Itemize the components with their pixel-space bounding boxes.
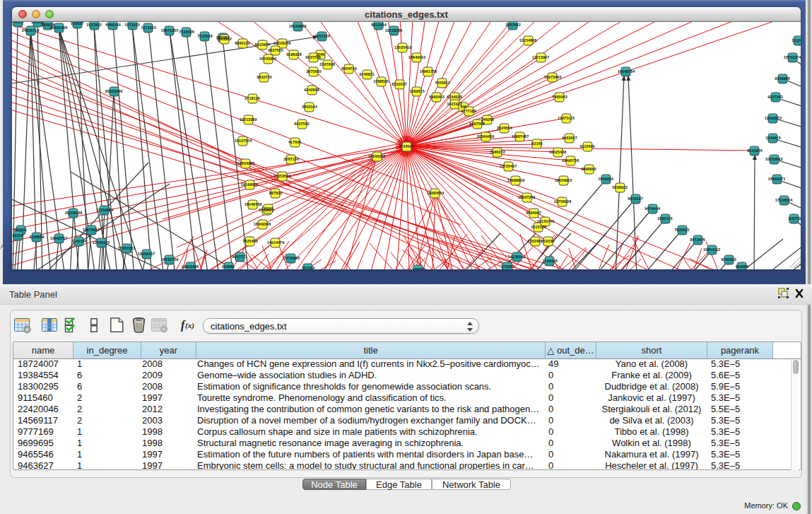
svg-text:8454749: 8454749 — [341, 66, 356, 71]
svg-text:62160: 62160 — [531, 141, 542, 146]
svg-text:13495758: 13495758 — [562, 158, 579, 163]
svg-text:12923446: 12923446 — [182, 264, 199, 269]
svg-text:1244415: 1244415 — [765, 136, 780, 140]
svg-text:13226058: 13226058 — [273, 41, 290, 45]
svg-text:20053346: 20053346 — [105, 89, 122, 93]
svg-text:9463627: 9463627 — [562, 136, 577, 140]
svg-text:9657771: 9657771 — [232, 255, 247, 259]
svg-text:17016504: 17016504 — [775, 198, 793, 202]
svg-text:109581: 109581 — [222, 264, 235, 269]
svg-text:1071915: 1071915 — [124, 23, 139, 27]
svg-text:15692971: 15692971 — [768, 177, 785, 181]
svg-text:18807249: 18807249 — [518, 195, 535, 199]
svg-text:20206538: 20206538 — [65, 211, 82, 215]
svg-text:2718126: 2718126 — [245, 96, 259, 100]
svg-text:20691406: 20691406 — [50, 25, 67, 30]
svg-text:17957223: 17957223 — [118, 246, 135, 250]
svg-text:8215955: 8215955 — [747, 148, 762, 153]
svg-text:7625402: 7625402 — [242, 239, 257, 243]
svg-text:7632621: 7632621 — [674, 228, 689, 232]
svg-text:8990443: 8990443 — [429, 95, 444, 99]
svg-text:1724007: 1724007 — [399, 144, 413, 148]
svg-text:8427552: 8427552 — [294, 122, 309, 126]
svg-text:14136141: 14136141 — [508, 255, 525, 259]
svg-text:2803144: 2803144 — [302, 105, 317, 109]
svg-text:8186328: 8186328 — [286, 52, 301, 57]
svg-text:16640910: 16640910 — [408, 55, 425, 59]
svg-text:157164: 157164 — [302, 266, 315, 269]
svg-text:19384554: 19384554 — [427, 191, 445, 195]
svg-text:9245652: 9245652 — [721, 257, 736, 262]
svg-text:14914479: 14914479 — [267, 240, 284, 245]
svg-text:16033809: 16033809 — [289, 24, 306, 28]
svg-text:1352481: 1352481 — [527, 239, 542, 243]
svg-text:9474444: 9474444 — [645, 206, 660, 211]
svg-text:8322037: 8322037 — [392, 82, 406, 86]
svg-text:9684067: 9684067 — [526, 211, 541, 215]
svg-text:3024554: 3024554 — [497, 126, 512, 130]
svg-text:6794028: 6794028 — [447, 95, 461, 99]
svg-text:7357224: 7357224 — [314, 34, 330, 38]
svg-text:5938923: 5938923 — [612, 185, 627, 189]
svg-text:1071915: 1071915 — [141, 25, 155, 30]
svg-text:9327508: 9327508 — [305, 55, 320, 59]
svg-text:10025438: 10025438 — [549, 150, 566, 154]
svg-text:173342: 173342 — [501, 264, 514, 269]
svg-text:1615132: 1615132 — [531, 225, 546, 229]
svg-text:7986372: 7986372 — [490, 150, 505, 154]
svg-text:8222: 8222 — [264, 206, 273, 211]
svg-text:20364436: 20364436 — [477, 134, 494, 139]
svg-text:39154: 39154 — [12, 233, 23, 238]
svg-text:7515526: 7515526 — [197, 34, 212, 38]
svg-text:10688609: 10688609 — [507, 178, 524, 182]
svg-text:16120746: 16120746 — [537, 219, 554, 223]
svg-text:12093872: 12093872 — [765, 116, 782, 120]
svg-text:10958107: 10958107 — [138, 252, 155, 256]
svg-text:1527602: 1527602 — [86, 23, 101, 27]
svg-text:23975857: 23975857 — [83, 228, 100, 232]
svg-text:9115460: 9115460 — [579, 144, 594, 148]
svg-text:9329966: 9329966 — [775, 76, 789, 81]
svg-text:465001: 465001 — [14, 228, 27, 232]
svg-text:19218506: 19218506 — [385, 28, 402, 33]
svg-text:8471676: 8471676 — [690, 238, 705, 242]
svg-text:252234: 252234 — [541, 239, 555, 243]
svg-text:6497568: 6497568 — [469, 122, 484, 126]
svg-text:9242848: 9242848 — [304, 88, 319, 92]
svg-text:16046788: 16046788 — [245, 202, 261, 206]
svg-text:7515526: 7515526 — [179, 30, 194, 34]
svg-text:8860123: 8860123 — [235, 41, 249, 45]
svg-text:116753: 116753 — [788, 216, 801, 221]
svg-text:10654112: 10654112 — [703, 247, 720, 252]
svg-text:19654923: 19654923 — [555, 178, 572, 182]
svg-text:15716485: 15716485 — [283, 256, 300, 260]
svg-text:12213967: 12213967 — [532, 55, 549, 59]
svg-text:16543362: 16543362 — [259, 57, 276, 61]
svg-text:10807487: 10807487 — [512, 134, 529, 139]
svg-text:7663822: 7663822 — [216, 37, 231, 41]
svg-text:13353594: 13353594 — [273, 174, 291, 178]
svg-text:16961758: 16961758 — [420, 69, 437, 74]
svg-text:7955812: 7955812 — [435, 81, 449, 85]
svg-text:129234: 129234 — [412, 267, 425, 269]
svg-text:13525419: 13525419 — [394, 45, 411, 49]
svg-text:6879197: 6879197 — [628, 197, 642, 201]
svg-text:16671355: 16671355 — [161, 28, 178, 33]
svg-text:1145194: 1145194 — [71, 239, 87, 243]
svg-text:12505135: 12505135 — [93, 240, 110, 245]
svg-text:417006: 417006 — [288, 140, 301, 144]
svg-text:8813054: 8813054 — [371, 23, 387, 27]
svg-text:9832750: 9832750 — [257, 75, 271, 79]
svg-text:887833: 887833 — [269, 191, 282, 195]
svg-text:9327505: 9327505 — [268, 48, 283, 52]
svg-text:9146821: 9146821 — [359, 72, 374, 76]
svg-text:12942757: 12942757 — [50, 236, 67, 240]
svg-text:16782759: 16782759 — [161, 257, 178, 262]
svg-text:9227342: 9227342 — [767, 95, 782, 99]
svg-text:24055714: 24055714 — [22, 28, 40, 33]
svg-text:3267130: 3267130 — [283, 157, 298, 161]
svg-text:10973493: 10973493 — [544, 75, 561, 79]
svg-text:18300295: 18300295 — [368, 154, 385, 158]
svg-text:7485063: 7485063 — [552, 95, 567, 99]
svg-text:2367608: 2367608 — [319, 62, 334, 66]
